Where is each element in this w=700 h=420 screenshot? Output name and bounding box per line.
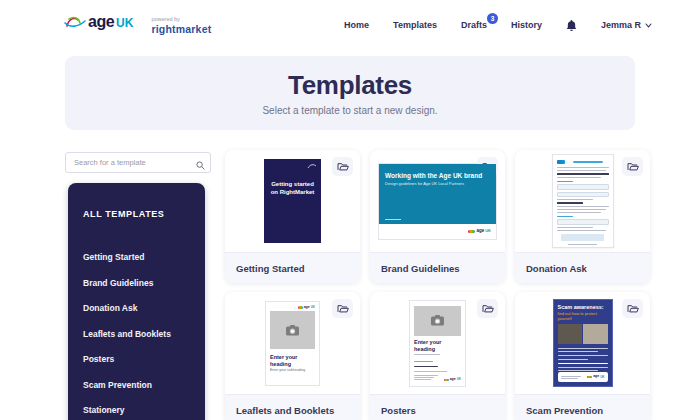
folder-icon — [482, 304, 494, 314]
sidebar-item-donation-ask[interactable]: Donation Ask — [83, 300, 190, 317]
thumb-title: Working with the Age UK brand — [385, 172, 490, 179]
camera-icon — [286, 325, 299, 336]
ageuk-logo-mini: age UK — [444, 378, 461, 382]
sidebar-item-posters[interactable]: Posters — [83, 351, 190, 368]
thumb-title: Scam awareness: — [558, 304, 608, 310]
search-input[interactable] — [65, 152, 211, 173]
rightmarket-mark-icon — [307, 163, 317, 169]
ageuk-logo-age: age — [88, 14, 114, 30]
template-card-getting-started[interactable]: Getting started on RightMarket Getting S… — [225, 150, 360, 283]
brand-logos: age UK powered by rightmarket — [64, 14, 211, 35]
chevron-down-icon — [645, 23, 652, 28]
top-nav-bar: age UK powered by rightmarket Home Templ… — [0, 0, 700, 50]
folder-icon — [337, 162, 349, 172]
folder-button[interactable] — [622, 299, 643, 318]
template-card-brand-guidelines[interactable]: Working with the Age UK brand Design gui… — [370, 150, 505, 283]
ageuk-logo-mini: age UK — [298, 306, 315, 310]
sidebar-item-all-templates[interactable]: ALL TEMPLATES — [83, 209, 190, 219]
template-card-posters[interactable]: Enter your heading age UK Posters — [370, 292, 505, 420]
thumb-subheading: Enter your subheading — [270, 368, 315, 372]
powered-by-label: powered by — [151, 16, 211, 23]
page-subtitle: Select a template to start a new design. — [262, 105, 437, 116]
template-thumbnail: Working with the Age UK brand Design gui… — [370, 150, 505, 252]
thumb-subtitle: find out how to protect yourself — [558, 311, 608, 321]
user-name: Jemma R — [601, 20, 641, 30]
template-card-label: Donation Ask — [515, 252, 650, 283]
thumb-subtitle: Design guidelines for Age UK Local Partn… — [385, 181, 490, 186]
thumb-heading: Enter your heading — [270, 354, 315, 367]
folder-icon — [337, 304, 349, 314]
ageuk-logo-uk: UK — [116, 17, 133, 30]
template-card-label: Leaflets and Booklets — [225, 394, 360, 420]
page-title: Templates — [288, 70, 412, 101]
nav-drafts[interactable]: Drafts3 — [461, 20, 487, 30]
template-card-label: Scam Prevention — [515, 394, 650, 420]
donation-form-document — [552, 154, 614, 248]
ageuk-swoosh-icon — [64, 15, 86, 30]
ageuk-logo[interactable]: age UK — [64, 14, 133, 30]
drafts-count-badge: 3 — [487, 13, 498, 24]
thumb-heading: Enter your heading — [414, 339, 461, 352]
nav-templates[interactable]: Templates — [393, 20, 437, 30]
folder-button[interactable] — [332, 299, 353, 318]
folder-button[interactable] — [477, 299, 498, 318]
sidebar-item-leaflets-and-booklets[interactable]: Leaflets and Booklets — [83, 326, 190, 343]
sidebar-item-stationery[interactable]: Stationery — [83, 402, 190, 419]
thumb-footer-box: age UK — [558, 372, 608, 382]
folder-icon — [627, 162, 639, 172]
template-card-donation-ask[interactable]: Donation Ask — [515, 150, 650, 283]
folder-icon — [627, 304, 639, 314]
thumb-photos — [558, 324, 608, 344]
category-sidebar: ALL TEMPLATES Getting Started Brand Guid… — [68, 183, 205, 420]
folder-button[interactable] — [622, 157, 643, 176]
user-menu[interactable]: Jemma R — [601, 20, 652, 30]
nav-home[interactable]: Home — [344, 20, 369, 30]
template-card-label: Posters — [370, 394, 505, 420]
rightmarket-wordmark: rightmarket — [151, 23, 211, 36]
template-card-label: Brand Guidelines — [370, 252, 505, 283]
bell-icon — [566, 19, 577, 32]
sidebar-item-getting-started[interactable]: Getting Started — [83, 249, 190, 266]
nav-history[interactable]: History — [511, 20, 542, 30]
image-placeholder — [414, 306, 461, 337]
main-nav: Home Templates Drafts3 History Jemma R — [344, 19, 652, 32]
hero-banner: Templates Select a template to start a n… — [65, 56, 635, 130]
sidebar-item-brand-guidelines[interactable]: Brand Guidelines — [83, 275, 190, 292]
notifications-button[interactable] — [566, 19, 577, 32]
sidebar-item-scam-prevention[interactable]: Scam Prevention — [83, 377, 190, 394]
thumb-title: Getting started on RightMarket — [270, 181, 315, 197]
camera-icon — [431, 315, 444, 326]
template-card-scam-prevention[interactable]: Scam awareness: find out how to protect … — [515, 292, 650, 420]
ageuk-logo-mini: age UK — [468, 229, 491, 234]
image-placeholder — [270, 311, 315, 349]
search-icon[interactable] — [196, 156, 205, 174]
template-grid: Getting started on RightMarket Getting S… — [225, 150, 650, 420]
rightmarket-logo: powered by rightmarket — [151, 16, 211, 35]
ageuk-logo-mini: age UK — [587, 375, 604, 379]
template-card-leaflets-and-booklets[interactable]: age UK Enter your heading Enter your sub… — [225, 292, 360, 420]
template-search — [65, 151, 211, 172]
folder-button[interactable] — [332, 157, 353, 176]
template-card-label: Getting Started — [225, 252, 360, 283]
